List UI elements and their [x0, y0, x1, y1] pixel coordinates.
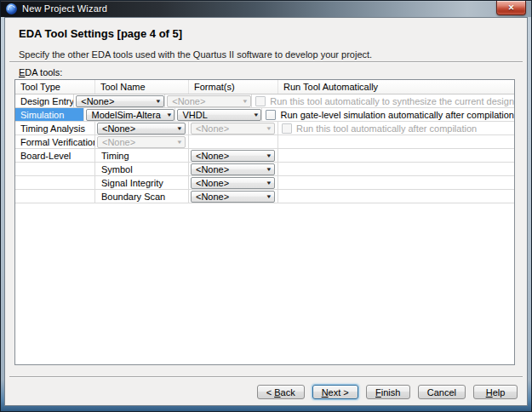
tool-name-cell: <None> ▼	[95, 135, 189, 148]
format-dropdown[interactable]: <None> ▼	[191, 177, 275, 189]
format-cell: <None> ▼	[189, 163, 278, 175]
eda-tools-label: EDA tools:	[19, 67, 62, 77]
format-cell: VHDL ▼	[175, 108, 262, 121]
chevron-down-icon: ▼	[176, 140, 183, 145]
run-automatically-cell: Run this tool automatically to synthesiz…	[252, 94, 514, 107]
tool-type-cell-selected[interactable]: Simulation	[15, 108, 84, 121]
format-cell: <None> ▼	[165, 94, 252, 107]
tool-type-cell[interactable]: Design Entry/Synthesis	[15, 94, 74, 107]
run-automatically-cell	[278, 163, 514, 175]
format-dropdown[interactable]: <None> ▼	[191, 191, 275, 203]
tool-name-dropdown: <None> ▼	[97, 136, 186, 148]
tool-name-label: Signal Integrity	[95, 178, 163, 188]
tool-name-dropdown[interactable]: <None> ▼	[76, 95, 164, 107]
titlebar[interactable]: New Project Wizard	[1, 1, 531, 17]
bottom-separator	[9, 376, 523, 378]
finish-button[interactable]: Finish	[366, 385, 410, 399]
chevron-down-icon: ▼	[166, 112, 173, 117]
table-row: Symbol <None> ▼	[15, 163, 514, 176]
format-dropdown: <None> ▼	[167, 95, 251, 107]
chevron-down-icon: ▼	[266, 167, 272, 172]
column-header-tool-name: Tool Name	[95, 80, 189, 94]
tool-type-cell[interactable]	[15, 190, 95, 203]
new-project-wizard-window: New Project Wizard ✕ EDA Tool Settings […	[0, 0, 532, 412]
column-header-run-tool-automatically: Run Tool Automatically	[278, 80, 514, 94]
tool-type-cell[interactable]	[15, 176, 95, 189]
run-automatically-cell	[278, 190, 514, 203]
tool-name-dropdown[interactable]: <None> ▼	[97, 123, 186, 134]
tool-name-cell: Boundary Scan	[95, 190, 189, 203]
column-header-tool-type: Tool Type	[15, 80, 95, 94]
close-icon: ✕	[508, 4, 515, 12]
format-cell: <None> ▼	[189, 122, 278, 134]
run-automatically-cell	[278, 176, 514, 189]
tool-name-cell: Timing	[95, 149, 189, 162]
format-dropdown[interactable]: VHDL ▼	[177, 109, 261, 121]
run-automatically-cell	[278, 149, 514, 162]
chevron-down-icon: ▼	[253, 112, 260, 117]
tool-name-cell: <None> ▼	[95, 122, 189, 134]
column-header-formats: Format(s)	[189, 80, 278, 94]
run-auto-checkbox	[255, 96, 266, 106]
tool-name-label: Boundary Scan	[95, 192, 165, 202]
format-cell	[189, 135, 278, 148]
table-header-row: Tool Type Tool Name Format(s) Run Tool A…	[15, 80, 514, 94]
page-description: Specify the other EDA tools used with th…	[19, 49, 372, 60]
help-button[interactable]: Help	[473, 385, 518, 399]
top-separator	[9, 61, 523, 63]
run-automatically-cell: Run gate-level simulation automatically …	[262, 108, 514, 121]
tool-type-cell[interactable]: Timing Analysis	[15, 122, 95, 134]
chevron-down-icon: ▼	[266, 180, 272, 186]
chevron-down-icon: ▼	[176, 126, 183, 131]
table-row: Signal Integrity <None> ▼	[15, 176, 514, 190]
quartus-app-icon	[6, 3, 17, 14]
run-automatically-cell	[278, 135, 514, 148]
table-row: Simulation ModelSim-Altera ▼ VHDL ▼	[15, 108, 514, 122]
tool-name-cell: Signal Integrity	[95, 176, 189, 189]
table-row: Timing Analysis <None> ▼ <None> ▼	[15, 122, 514, 135]
chevron-down-icon: ▼	[266, 194, 272, 199]
tool-name-label: Symbol	[95, 164, 133, 175]
table-row: Design Entry/Synthesis <None> ▼ <None> ▼	[15, 94, 514, 108]
next-button[interactable]: Next >	[312, 385, 358, 399]
dialog-body: EDA Tool Settings [page 4 of 5] Specify …	[4, 17, 528, 406]
chevron-down-icon: ▼	[242, 99, 249, 104]
table-row: Board-Level Timing <None> ▼	[15, 149, 514, 163]
chevron-down-icon: ▼	[266, 126, 272, 131]
tool-type-cell[interactable]: Board-Level	[15, 149, 95, 162]
page-title: EDA Tool Settings [page 4 of 5]	[19, 27, 182, 40]
format-cell: <None> ▼	[189, 176, 278, 189]
format-cell: <None> ▼	[189, 190, 278, 203]
tool-name-cell: Symbol	[95, 163, 189, 175]
back-button[interactable]: < Back	[257, 385, 305, 399]
format-dropdown: <None> ▼	[191, 123, 275, 134]
format-dropdown[interactable]: <None> ▼	[191, 163, 275, 175]
format-dropdown[interactable]: <None> ▼	[191, 150, 275, 162]
table-row: Formal Verification <None> ▼	[15, 135, 514, 149]
window-frame: EDA Tool Settings [page 4 of 5] Specify …	[1, 17, 531, 411]
window-title: New Project Wizard	[22, 3, 107, 14]
table-row: Boundary Scan <None> ▼	[15, 190, 514, 203]
wizard-button-row: < Back Next > Finish Cancel Help	[257, 385, 518, 399]
tool-name-cell: ModelSim-Altera ▼	[84, 108, 175, 121]
run-auto-checkbox[interactable]	[266, 110, 276, 120]
tool-type-cell[interactable]	[15, 163, 95, 175]
cancel-button[interactable]: Cancel	[418, 385, 466, 399]
tool-name-label: Timing	[95, 151, 129, 161]
eda-tools-table: Tool Type Tool Name Format(s) Run Tool A…	[14, 79, 515, 365]
run-automatically-cell: Run this tool automatically after compil…	[278, 122, 514, 134]
format-cell: <None> ▼	[189, 149, 278, 162]
close-button[interactable]: ✕	[496, 1, 526, 15]
tool-type-cell[interactable]: Formal Verification	[15, 135, 95, 148]
tool-name-cell: <None> ▼	[74, 94, 165, 107]
chevron-down-icon: ▼	[155, 99, 162, 104]
tool-name-dropdown[interactable]: ModelSim-Altera ▼	[86, 109, 174, 121]
chevron-down-icon: ▼	[266, 153, 272, 158]
run-auto-checkbox	[282, 123, 292, 134]
